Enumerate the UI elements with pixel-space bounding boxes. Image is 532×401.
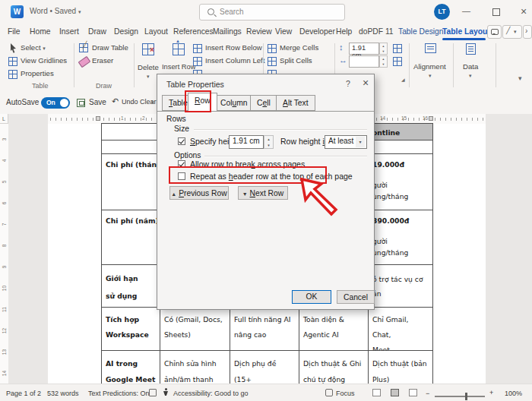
properties-button[interactable]: Properties [21,69,54,77]
table-cell[interactable]: 19.000đ gười ùng/tháng [369,154,433,210]
view-gridlines-button[interactable]: View Gridlines [21,56,67,65]
insert-row-below-button[interactable]: Insert Row Below [205,43,262,52]
height-value-input[interactable]: 1.91 cm [229,135,264,149]
table-cell[interactable]: Dịch thuật (bảnPlus) [369,351,433,385]
height-stepper[interactable]: ▴▾ [264,135,274,149]
group-separator [134,43,135,87]
search-input[interactable]: Search [199,4,345,21]
dialog-tab-cell[interactable]: Cell [250,95,277,111]
page-indicator[interactable]: Page 1 of 2 [6,390,41,397]
comments-button[interactable] [487,25,502,39]
tab-insert[interactable]: Insert [59,27,79,36]
cancel-button[interactable]: Cancel [337,290,375,304]
zoom-slider-track[interactable] [435,396,485,397]
more-ribbon-button[interactable]: › [523,25,532,39]
zoom-in-button[interactable]: + [489,389,493,396]
app-title[interactable]: Word • Saved ▾ [30,7,81,15]
row-height-stepper[interactable]: ▴▾ [379,43,388,55]
split-cells-button[interactable]: Split Cells [280,56,312,65]
tab-draw[interactable]: Draw [88,27,106,36]
insert-column-left-button[interactable]: Insert Column Left [205,56,264,65]
web-layout-button[interactable] [409,389,417,396]
tab-layout[interactable]: Layout [144,27,168,36]
close-button[interactable]: × [521,5,527,17]
table-cell[interactable]: Giới hạnsử dụng [102,265,160,308]
word-window: W Word • Saved ▾ Search LT — × File Home… [0,0,532,401]
tab-table-design[interactable]: Table Design [398,27,444,36]
collapse-ribbon-button[interactable]: ▾ [518,74,522,82]
text-predictions[interactable]: Text Predictions: On [88,390,150,397]
zoom-level[interactable]: 100% [505,390,522,397]
tab-stop-selector[interactable]: L [0,114,8,124]
table-cell[interactable]: Chỉnh sửa hìnhảnh/âm thanh [160,351,230,385]
table-cell[interactable]: ỗ trợ tác vụ cơ ản [369,265,433,308]
group-separator [453,43,454,87]
table-cell[interactable]: Dịch thuật & Ghichú tự động [299,351,369,385]
delete-button[interactable]: Delete [138,63,159,71]
data-button[interactable]: Data [463,62,478,71]
accessibility-icon [162,388,169,396]
draw-table-button[interactable]: Draw Table [92,43,128,52]
table-cell[interactable]: AI trongGoogle Meet [102,351,160,385]
tab-help[interactable]: Help [336,27,352,36]
tab-review[interactable]: Review [246,27,272,36]
dialog-close-button[interactable]: × [363,77,369,89]
table-header-cell[interactable]: ontline [369,124,433,141]
table-column-marker[interactable] [96,116,100,121]
accessibility-status[interactable]: Accessibility: Good to go [173,390,249,397]
table-cell[interactable]: Full tính năng AInâng cao [230,308,299,351]
tab-home[interactable]: Home [30,27,50,36]
next-row-button[interactable]: ▼ Next Row [238,186,288,200]
dialog-help-button[interactable]: ? [346,79,350,88]
column-width-input[interactable] [349,55,379,68]
table-cell[interactable]: Toàn diện &Agentic AI [299,308,369,351]
text-predictions-icon[interactable] [149,389,157,396]
table-cell[interactable]: Chi phí (năm) [102,210,160,265]
read-mode-button[interactable] [372,389,381,396]
select-button[interactable]: Select ▾ [21,43,46,52]
save-button[interactable]: Save [89,98,106,106]
alignment-button[interactable]: Alignment [413,62,446,71]
maximize-button[interactable] [492,8,500,16]
tab-developer[interactable]: Developer [299,27,335,36]
zoom-out-button[interactable]: − [426,390,429,397]
table-cell[interactable]: Chi phí (tháng) [102,154,160,210]
print-layout-button[interactable] [391,389,399,396]
cell-size-dialog-launcher[interactable]: ◢ [401,77,405,82]
zoom-slider-thumb[interactable] [465,393,467,400]
minimize-button[interactable]: — [462,6,470,15]
table-cell[interactable]: Dịch phụ đề (15+ngôn ngữ) [230,351,299,385]
table-cell[interactable]: Tích hợpWorkspace [102,308,160,351]
specify-height-checkbox[interactable] [178,137,185,145]
table-column-marker[interactable] [429,116,433,121]
word-count[interactable]: 532 words [47,390,79,397]
row-height-is-select[interactable]: At least ▾ [325,135,367,149]
tab-design[interactable]: Design [114,27,138,36]
row-height-input[interactable]: 1.91 cm [349,43,379,55]
tab-references[interactable]: References [173,27,214,36]
previous-row-button[interactable]: ▲ Previous Row [169,186,229,200]
table-cell[interactable] [102,124,160,141]
table-cell[interactable]: Chỉ Gmail, Chat,Meet [369,308,433,351]
insert-row-above-button[interactable]: Insert Row [162,63,195,71]
tab-table-layout[interactable]: Table Layout [442,27,490,36]
tab-dopdf[interactable]: doPDF 11 [359,27,394,36]
tab-view[interactable]: View [275,27,292,36]
dialog-tab-column[interactable]: Column [214,95,255,111]
save-icon [77,99,85,107]
table-cell[interactable]: 390.000đ gười ùng/tháng [369,210,433,265]
tab-mailings[interactable]: Mailings [213,27,242,36]
eraser-button[interactable]: Eraser [92,56,113,65]
focus-button[interactable]: Focus [336,390,355,397]
merge-cells-button[interactable]: Merge Cells [280,43,318,52]
table-cell[interactable] [102,141,160,154]
autosave-toggle[interactable]: On [41,97,70,109]
dialog-tab-alt-text[interactable]: Alt Text [276,95,315,111]
column-width-stepper[interactable]: ▴▾ [379,55,388,68]
table-cell[interactable]: Có (Gmail, Docs,Sheets) [160,308,230,351]
account-avatar[interactable]: LT [434,4,450,20]
editing-mode-button[interactable]: ╱ ▾ [502,25,522,39]
tab-file[interactable]: File [8,27,21,36]
ok-button[interactable]: OK [292,290,331,304]
table-cell[interactable] [369,141,433,154]
